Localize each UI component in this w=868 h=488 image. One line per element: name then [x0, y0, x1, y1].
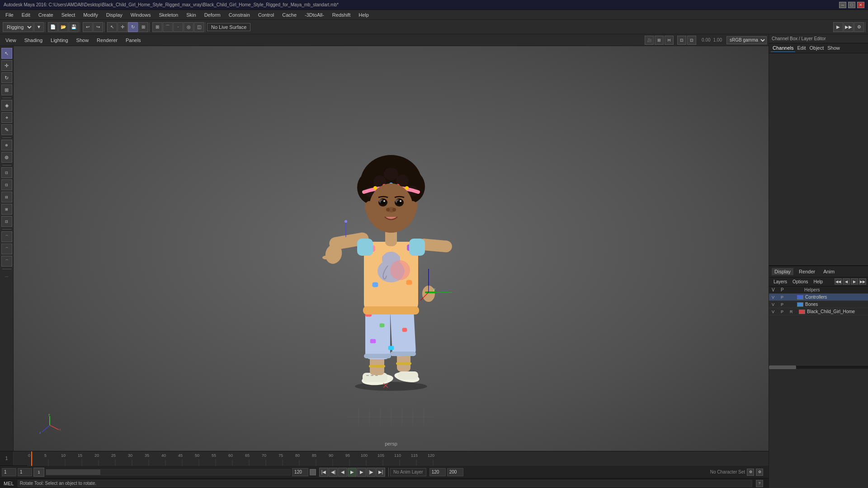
minimize-button[interactable]: ─	[839, 2, 846, 8]
sub-tab-options[interactable]: Options	[790, 278, 811, 285]
next-frame-btn[interactable]: ▶	[357, 468, 366, 477]
menu-control[interactable]: Control	[255, 11, 278, 19]
anim-end-field[interactable]	[429, 468, 446, 476]
render-settings-btn[interactable]: ⚙	[854, 22, 864, 32]
view-menu-shading[interactable]: Shading	[21, 37, 46, 44]
current-frame-field[interactable]	[2, 468, 16, 476]
mode-btn[interactable]: ▼	[34, 22, 44, 32]
layer-nav-2[interactable]: ◀	[843, 278, 850, 285]
snap-surface-btn[interactable]: ◎	[184, 22, 193, 32]
menu-help[interactable]: Help	[355, 11, 373, 19]
menu-select[interactable]: Select	[58, 11, 79, 19]
tool-grid5[interactable]: ⊡	[1, 216, 12, 227]
ipr-btn[interactable]: ▶▶	[844, 22, 854, 32]
tool-extra[interactable]: ···	[1, 271, 12, 282]
tool-grid3[interactable]: ⊟	[1, 192, 12, 202]
range-slider[interactable]	[46, 469, 291, 475]
layer-nav-3[interactable]: ▶	[851, 278, 858, 285]
no-anim-layer-label[interactable]: No Anim Layer	[390, 468, 426, 476]
view-menu-lighting[interactable]: Lighting	[47, 37, 72, 44]
maximize-button[interactable]: □	[848, 2, 855, 8]
tool-grid4[interactable]: ⊞	[1, 204, 12, 215]
tool-show-manip[interactable]: ⊕	[1, 140, 12, 150]
menu-skeleton[interactable]: Skeleton	[155, 11, 182, 19]
tool-soft[interactable]: ◈	[1, 100, 12, 111]
menu-modify[interactable]: Modify	[80, 11, 101, 19]
menu-skin[interactable]: Skin	[183, 11, 199, 19]
gamma-select[interactable]: sRGB gamma	[726, 36, 767, 44]
tool-paint[interactable]: ✎	[1, 124, 12, 135]
close-button[interactable]: ✕	[857, 2, 864, 8]
tool-crv3[interactable]: ⌒	[1, 256, 12, 267]
open-btn[interactable]: 📂	[58, 22, 68, 32]
menu-deform[interactable]: Deform	[201, 11, 224, 19]
tool-move[interactable]: ✛	[1, 60, 12, 71]
right-scrollbar-thumb[interactable]	[769, 366, 796, 369]
layer-row-bones[interactable]: V P Bones	[769, 301, 868, 308]
next-keyframe-btn[interactable]: |▶	[367, 468, 376, 477]
new-btn[interactable]: 📄	[48, 22, 58, 32]
render-btn[interactable]: ▶	[833, 22, 843, 32]
prev-keyframe-btn[interactable]: ◀|	[329, 468, 338, 477]
tab-object[interactable]: Object	[807, 44, 826, 52]
save-btn[interactable]: 💾	[69, 22, 79, 32]
layer-nav-1[interactable]: ◀◀	[835, 278, 842, 285]
layer-nav-4[interactable]: ▶▶	[859, 278, 866, 285]
timeline-ruler[interactable]: 0 5 10 15 20 25 30 35 40 45 50 55 60 65	[27, 451, 769, 466]
menu-file[interactable]: File	[2, 11, 17, 19]
view-menu-panels[interactable]: Panels	[122, 37, 145, 44]
menu-constrain[interactable]: Constrain	[225, 11, 254, 19]
view-menu-view[interactable]: View	[2, 37, 20, 44]
snap-point-btn[interactable]: ·	[173, 22, 183, 32]
scale-btn[interactable]: ⊞	[138, 22, 148, 32]
snap-view-btn[interactable]: ◫	[194, 22, 204, 32]
view-grid-btn[interactable]: ⊞	[655, 36, 664, 45]
prev-frame-btn[interactable]: ◀	[338, 468, 347, 477]
timeline[interactable]: 1 0 5 10 15 20 25 30 35 40 45	[0, 451, 769, 465]
rotate-btn[interactable]: ↻	[128, 22, 138, 32]
view-snap1[interactable]: ⊡	[677, 36, 686, 45]
tool-crv2[interactable]: ⌒	[1, 244, 12, 254]
undo-btn[interactable]: ↩	[83, 22, 93, 32]
tab-channels[interactable]: Channels	[771, 44, 795, 52]
command-line[interactable]: Rotate Tool: Select an object to rotate.	[18, 480, 752, 487]
viewport[interactable]: y	[14, 46, 769, 451]
tool-grid2[interactable]: ⊡	[1, 179, 12, 190]
menu-3dto[interactable]: -3DtoAll-	[301, 11, 328, 19]
char-set-btn[interactable]: ⚙	[747, 469, 754, 476]
tab-edit[interactable]: Edit	[795, 44, 807, 52]
tool-sculpt[interactable]: ⊛	[1, 152, 12, 163]
layer-tab-render[interactable]: Render	[796, 268, 818, 275]
tool-lasso[interactable]: ⌖	[1, 112, 12, 123]
tab-show[interactable]: Show	[826, 44, 842, 52]
menu-create[interactable]: Create	[35, 11, 57, 19]
menu-redshift[interactable]: Redshift	[329, 11, 354, 19]
view-snap2[interactable]: ⊡	[687, 36, 696, 45]
sub-tab-help[interactable]: Help	[811, 278, 826, 285]
view-hud-btn[interactable]: H	[665, 36, 674, 45]
view-cam-btn[interactable]: 🎥	[645, 36, 654, 45]
right-panel-scrollbar[interactable]	[769, 365, 868, 369]
layer-tab-anim[interactable]: Anim	[821, 268, 837, 275]
go-start-btn[interactable]: |◀	[319, 468, 328, 477]
menu-cache[interactable]: Cache	[278, 11, 300, 19]
range-lock[interactable]	[310, 469, 316, 475]
tool-scale[interactable]: ⊞	[1, 84, 12, 95]
menu-display[interactable]: Display	[103, 11, 126, 19]
redo-btn[interactable]: ↪	[93, 22, 103, 32]
help-btn[interactable]: ?	[756, 480, 763, 487]
menu-edit[interactable]: Edit	[18, 11, 34, 19]
range-end-field[interactable]	[292, 468, 308, 476]
char-set-btn2[interactable]: ⚙	[756, 469, 763, 476]
snap-curve-btn[interactable]: ⌒	[163, 22, 173, 32]
view-menu-renderer[interactable]: Renderer	[93, 37, 121, 44]
layer-row-model[interactable]: V P R Black_Child_Girl_Home	[769, 308, 868, 315]
menu-windows[interactable]: Windows	[127, 11, 155, 19]
tool-select[interactable]: ↖	[1, 48, 12, 59]
snap-grid-btn[interactable]: ⊞	[152, 22, 162, 32]
anim-max-field[interactable]	[447, 468, 463, 476]
select-btn[interactable]: ↖	[107, 22, 117, 32]
view-menu-show[interactable]: Show	[73, 37, 93, 44]
move-btn[interactable]: ✛	[118, 22, 127, 32]
sub-tab-layers[interactable]: Layers	[771, 278, 790, 285]
